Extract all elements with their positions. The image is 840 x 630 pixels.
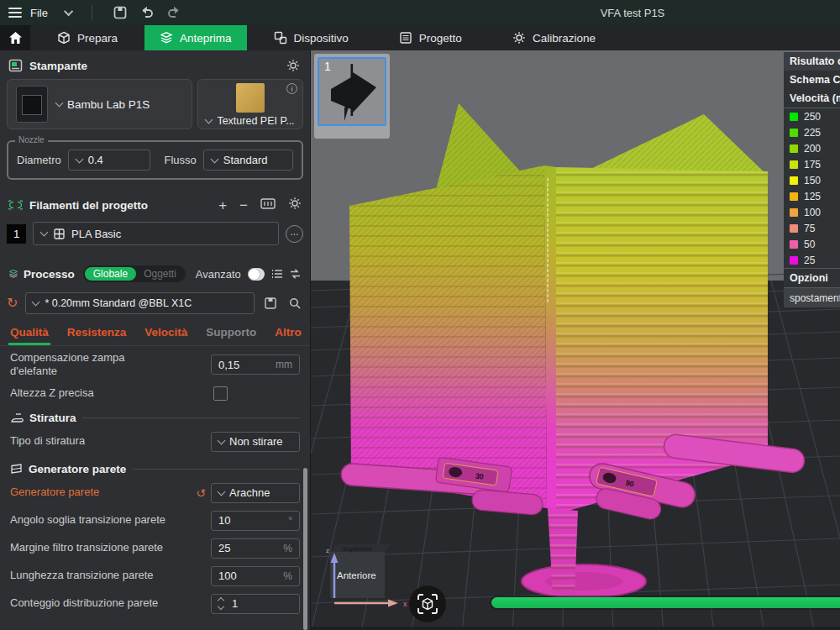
tab-altro[interactable]: Altro: [275, 319, 302, 345]
speed-swatch: [790, 129, 798, 137]
printer-select[interactable]: Bambu Lab P1S: [56, 98, 150, 111]
legend-speed-row: 75: [784, 220, 840, 236]
filament-section-title: Filamenti del progetto: [29, 199, 148, 212]
nav-cube-top-label[interactable]: Superiore: [343, 546, 372, 553]
add-filament-button[interactable]: +: [218, 198, 227, 213]
chevron-down-icon: [32, 298, 40, 307]
speed-swatch: [790, 176, 798, 185]
compare-presets-icon[interactable]: [289, 265, 302, 282]
elephant-foot-input[interactable]: 0,15 mm: [211, 354, 300, 375]
hamburger-menu-icon[interactable]: [8, 5, 22, 20]
nozzle-diameter-value: 0.4: [88, 154, 103, 166]
nozzle-flow-select[interactable]: Standard: [203, 150, 293, 171]
printer-card[interactable]: Bambu Lab P1S: [7, 79, 192, 129]
chevron-down-icon: [210, 155, 218, 164]
setting-unit: %: [283, 543, 292, 554]
filament-section-header: Filamenti del progetto + −: [0, 190, 310, 217]
setting-wall-count: Conteggio distribuzione parete 1: [10, 594, 300, 614]
tab-anteprima[interactable]: Anteprima: [144, 25, 247, 50]
build-plate-card[interactable]: i Textured PEI P...: [197, 79, 303, 129]
tab-qualita[interactable]: Qualità: [10, 319, 49, 345]
reset-setting-icon[interactable]: ↺: [196, 486, 206, 500]
preview-legend-panel[interactable]: Risultato d Schema Co Velocità (m 250 22…: [784, 52, 840, 307]
chevron-down-icon: [218, 488, 226, 496]
wall-generator-select[interactable]: Arachne: [211, 483, 300, 503]
tab-prepara[interactable]: Prepara: [42, 25, 133, 50]
remove-filament-button[interactable]: −: [239, 198, 248, 213]
advanced-label: Avanzato: [196, 268, 241, 281]
setting-value: Non stirare: [229, 435, 283, 448]
legend-speed-row: 250: [784, 108, 840, 124]
tab-resistenza[interactable]: Resistenza: [67, 319, 127, 345]
sync-reset-icon[interactable]: ↻: [7, 297, 18, 310]
legend-scheme-row[interactable]: Schema Co: [784, 71, 840, 89]
tab-calibrazione-label: Calibrazione: [533, 32, 596, 45]
printer-settings-gear-icon[interactable]: [285, 57, 302, 74]
wall-count-stepper[interactable]: 1: [211, 594, 300, 614]
process-preset-select[interactable]: * 0.20mm Standard @BBL X1C: [25, 292, 255, 314]
legend-speed-row: 25: [784, 252, 840, 268]
search-preset-icon[interactable]: [286, 295, 303, 312]
scope-global-pill[interactable]: Globale: [85, 267, 136, 281]
setting-label: Lunghezza transizione parete: [10, 569, 154, 582]
setting-label: Margine filtro transizione parete: [10, 541, 163, 554]
wall-icon: [10, 463, 23, 475]
plate-select[interactable]: Textured PEI P...: [206, 115, 294, 127]
undo-icon[interactable]: [138, 3, 156, 22]
file-menu[interactable]: File: [30, 7, 48, 19]
legend-travel-option[interactable]: spostament: [784, 288, 840, 307]
plate-thumbnail-card[interactable]: 1: [314, 54, 390, 139]
home-tab[interactable]: [0, 25, 30, 50]
project-list-icon: [399, 31, 412, 45]
wall-length-input[interactable]: 100 %: [211, 566, 300, 586]
plate-number: 1: [324, 60, 331, 73]
ams-sync-icon[interactable]: [260, 197, 276, 213]
speed-swatch: [790, 240, 798, 249]
filament-select[interactable]: PLA Basic: [33, 222, 279, 245]
setting-value: 100: [218, 570, 237, 582]
ironing-type-select[interactable]: Non stirare: [211, 432, 300, 452]
filament-name: PLA Basic: [71, 228, 121, 240]
parameter-list-icon[interactable]: [271, 265, 284, 282]
stepper-arrows-icon[interactable]: [218, 598, 223, 609]
sidebar-scrollbar[interactable]: [303, 468, 307, 630]
preview-progress-slider[interactable]: [491, 597, 840, 608]
filament-settings-gear-icon[interactable]: [288, 197, 302, 213]
fit-camera-button[interactable]: [409, 585, 446, 622]
printer-icon: [8, 59, 23, 72]
device-icon: [274, 31, 287, 45]
tab-calibrazione[interactable]: Calibrazione: [497, 25, 611, 50]
setting-label: Angolo soglia transizione parete: [10, 513, 165, 527]
wall-filter-input[interactable]: 25 %: [211, 538, 300, 559]
nozzle-diameter-select[interactable]: 0.4: [68, 150, 151, 171]
filament-more-button[interactable]: ...: [286, 225, 303, 243]
redo-icon[interactable]: [165, 3, 183, 22]
setting-label: Altezza Z precisa: [10, 386, 94, 400]
legend-speed-row: 125: [784, 188, 840, 204]
plate-info-icon[interactable]: i: [286, 83, 297, 94]
process-layers-icon: [8, 267, 18, 281]
precise-z-checkbox[interactable]: [213, 386, 228, 401]
tab-dispositivo[interactable]: Dispositivo: [259, 25, 364, 50]
legend-result-row[interactable]: Risultato d: [784, 52, 840, 71]
save-preset-icon[interactable]: [262, 295, 279, 312]
preview-3d-viewport[interactable]: 30 90 Superiore Anteriore: [311, 50, 840, 630]
legend-speed-row: 100: [784, 204, 840, 220]
nozzle-flow-value: Standard: [223, 154, 268, 166]
advanced-toggle[interactable]: [248, 268, 265, 281]
wall-angle-input[interactable]: 10 °: [211, 511, 300, 531]
tab-velocita[interactable]: Velocità: [144, 319, 187, 345]
save-project-icon[interactable]: [111, 3, 129, 22]
tab-progetto[interactable]: Progetto: [384, 25, 477, 50]
scope-objects-pill[interactable]: Oggetti: [136, 267, 184, 281]
tab-supporto[interactable]: Supporto: [206, 319, 256, 345]
tab-progetto-label: Progetto: [419, 32, 462, 45]
plate-1-thumbnail[interactable]: 1: [318, 57, 386, 126]
chevron-down-icon: [40, 228, 49, 237]
nav-cube-front-label[interactable]: Anteriore: [337, 570, 376, 580]
process-preset-row: ↻ * 0.20mm Standard @BBL X1C: [7, 292, 303, 314]
file-menu-chevron-down-icon[interactable]: [64, 7, 73, 16]
setting-value: 10: [218, 514, 230, 527]
prepare-cube-icon: [57, 31, 71, 45]
fit-camera-icon: [417, 593, 438, 615]
